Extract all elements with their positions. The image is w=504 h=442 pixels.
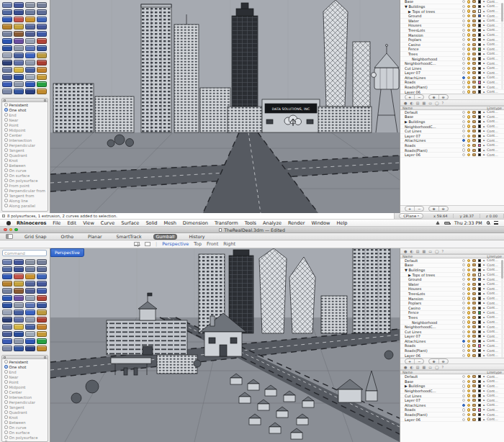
layer-visibility-bulb-icon[interactable]: [467, 38, 470, 41]
viewport-top[interactable]: DATA SOLUTIONS, INC: [50, 0, 400, 213]
toolbox-icon[interactable]: [25, 259, 35, 265]
toolbar-toggle[interactable]: Grid Snap: [22, 234, 50, 240]
layer-visibility-bulb-icon[interactable]: [467, 67, 470, 70]
toolbox-icon[interactable]: [37, 331, 47, 337]
layer-color-swatch[interactable]: [478, 380, 481, 383]
toolbox-icon[interactable]: [25, 274, 35, 279]
layer-color-swatch[interactable]: [478, 273, 481, 276]
toolbox-icon[interactable]: [2, 17, 12, 22]
layer-color-swatch[interactable]: [478, 311, 481, 314]
panel-tab-icon[interactable]: ▭: [428, 364, 432, 370]
layer-color-swatch[interactable]: [478, 307, 481, 310]
osnap-item[interactable]: Knot: [2, 415, 48, 420]
layer-color-swatch[interactable]: [478, 86, 481, 89]
osnap-item[interactable]: End: [2, 112, 48, 117]
layer-color-swatch[interactable]: [478, 19, 481, 22]
toolbox-icon[interactable]: [37, 317, 47, 323]
menu-item[interactable]: File: [53, 220, 60, 226]
toolbox-icon[interactable]: [14, 331, 24, 337]
layer-lock-icon[interactable]: [472, 330, 476, 333]
osnap-item[interactable]: Point: [2, 379, 48, 384]
current-layer-radio[interactable]: [462, 263, 465, 266]
current-layer-radio[interactable]: [462, 38, 465, 41]
layer-visibility-bulb-icon[interactable]: [467, 0, 470, 3]
layer-color-swatch[interactable]: [478, 5, 481, 8]
layers-scrollbar[interactable]: [501, 260, 503, 358]
layer-color-swatch[interactable]: [478, 418, 481, 420]
toolbox-icon[interactable]: [2, 74, 12, 80]
current-layer-radio[interactable]: [462, 139, 465, 142]
current-layer-radio[interactable]: [462, 130, 465, 132]
layer-lock-icon[interactable]: [472, 269, 476, 271]
toolbox-icon[interactable]: [14, 274, 24, 279]
current-layer-radio[interactable]: [462, 349, 465, 352]
layer-lock-icon[interactable]: [472, 5, 476, 8]
layer-visibility-bulb-icon[interactable]: [467, 418, 470, 420]
current-layer-radio[interactable]: [462, 399, 465, 402]
layer-color-swatch[interactable]: [478, 33, 481, 36]
osnap-item[interactable]: Perpendicular: [2, 400, 48, 405]
layer-lock-icon[interactable]: [472, 81, 476, 84]
toolbox-icon[interactable]: [14, 317, 24, 323]
layer-lock-icon[interactable]: [472, 321, 476, 324]
layer-filter-button[interactable]: ⊖: [439, 207, 448, 211]
osnap-item[interactable]: Knot: [2, 158, 48, 163]
toolbox-icon[interactable]: [2, 288, 12, 294]
layer-lock-icon[interactable]: [472, 380, 476, 383]
current-layer-radio[interactable]: [462, 24, 465, 27]
layer-visibility-bulb-icon[interactable]: [467, 311, 470, 314]
layer-lock-icon[interactable]: [472, 259, 476, 262]
layer-color-swatch[interactable]: [478, 135, 481, 137]
toolbox-icon[interactable]: [2, 295, 12, 301]
osnap-item[interactable]: Quadrant: [2, 410, 48, 415]
toolbox-icon[interactable]: [25, 2, 35, 8]
layer-color-swatch[interactable]: [478, 29, 481, 32]
osnap-item[interactable]: Tangent from: [2, 193, 48, 198]
current-layer-radio[interactable]: [462, 57, 465, 60]
layer-color-swatch[interactable]: [478, 259, 481, 262]
toolbox-icon[interactable]: [25, 38, 35, 44]
panel-tab-icon[interactable]: ▦: [422, 248, 426, 254]
osnap-item[interactable]: Intersection: [2, 394, 48, 400]
layer-color-swatch[interactable]: [478, 24, 481, 27]
toolbox-icon[interactable]: [2, 266, 12, 272]
panel-tab-icon[interactable]: ●: [404, 100, 407, 106]
layer-visibility-bulb-icon[interactable]: [467, 86, 470, 89]
toolbox-icon[interactable]: [25, 53, 35, 58]
layer-lock-icon[interactable]: [472, 53, 476, 55]
current-layer-radio[interactable]: [462, 76, 465, 79]
layer-lock-icon[interactable]: [472, 274, 476, 276]
panel-tab-icon[interactable]: ◐: [410, 248, 413, 254]
layer-color-swatch[interactable]: [478, 375, 481, 378]
layer-color-swatch[interactable]: [478, 57, 481, 60]
layer-lock-icon[interactable]: [472, 38, 476, 41]
toolbox-icon[interactable]: [25, 45, 35, 51]
layer-lock-icon[interactable]: [472, 311, 476, 314]
toolbox-icon[interactable]: [14, 38, 24, 44]
layer-color-swatch[interactable]: [478, 394, 481, 397]
layer-visibility-bulb-icon[interactable]: [467, 14, 470, 17]
toolbox-icon[interactable]: [2, 331, 12, 337]
toolbox-icon[interactable]: [14, 324, 24, 330]
toolbox-icon[interactable]: [14, 310, 24, 315]
current-layer-radio[interactable]: [462, 19, 465, 22]
layer-visibility-bulb-icon[interactable]: [467, 48, 470, 50]
layer-lock-icon[interactable]: [472, 58, 476, 60]
toolbox-icon[interactable]: [25, 31, 35, 37]
layer-options-button[interactable]: ⊕: [429, 95, 438, 99]
menu-item[interactable]: Edit: [67, 220, 76, 226]
spotlight-search-icon[interactable]: [487, 221, 490, 225]
current-layer-radio[interactable]: [462, 389, 465, 392]
current-layer-radio[interactable]: [462, 14, 465, 17]
toolbox-icon[interactable]: [37, 288, 47, 294]
toolbox-icon[interactable]: [37, 346, 47, 351]
layer-color-swatch[interactable]: [478, 144, 481, 147]
layer-lock-icon[interactable]: [472, 125, 476, 128]
layer-color-swatch[interactable]: [478, 399, 481, 402]
menu-item[interactable]: Transform: [215, 220, 238, 226]
osnap-item[interactable]: End: [2, 369, 48, 374]
layer-lock-icon[interactable]: [472, 10, 476, 13]
osnap-mode-radio[interactable]: One shot: [2, 107, 48, 112]
toolbox-icon[interactable]: [14, 288, 24, 294]
panel-tab-icon[interactable]: ▦: [422, 364, 426, 370]
